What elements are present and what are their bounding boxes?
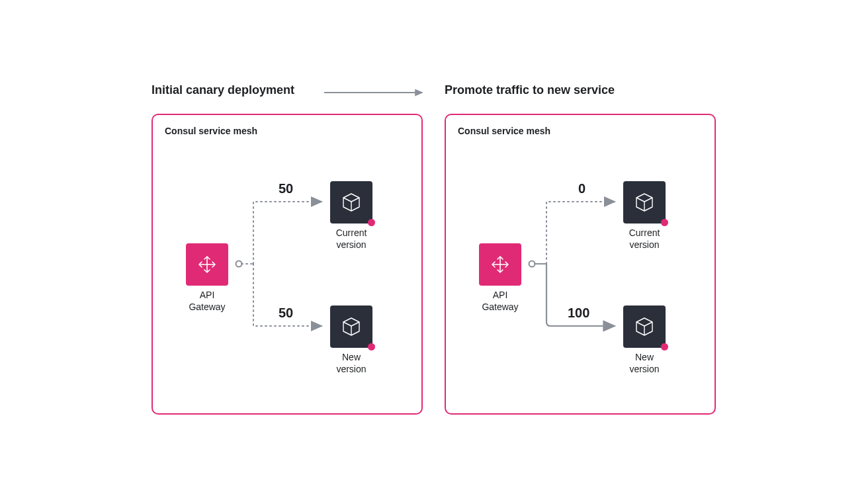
cube-icon <box>633 191 656 214</box>
service-current-label: Current version <box>615 227 674 251</box>
panel-promote-traffic: Consul service mesh <box>445 114 716 415</box>
api-gateway-label: API Gateway <box>470 290 530 313</box>
cube-icon <box>633 315 656 338</box>
service-new-node <box>623 305 666 348</box>
weight-current-right: 0 <box>578 181 586 196</box>
status-dot-icon <box>368 343 375 350</box>
title-right: Promote traffic to new service <box>445 83 615 97</box>
svg-point-1 <box>236 261 242 267</box>
cube-icon <box>340 315 363 338</box>
service-new-node <box>330 305 372 348</box>
api-gateway-label: API Gateway <box>177 290 237 313</box>
mesh-label-left: Consul service mesh <box>165 126 257 136</box>
service-current-node <box>623 181 666 224</box>
api-gateway-label-text: API Gateway <box>482 290 518 312</box>
transition-arrow <box>324 87 430 98</box>
api-gateway-label-text: API Gateway <box>189 290 225 312</box>
panel-initial-canary: Consul service mesh <box>152 114 423 415</box>
status-dot-icon <box>368 219 375 226</box>
title-left: Initial canary deployment <box>152 83 294 97</box>
cube-icon <box>340 191 363 214</box>
api-gateway-node <box>479 243 521 286</box>
status-dot-icon <box>661 343 668 350</box>
service-new-label: New version <box>322 352 381 375</box>
svg-point-9 <box>529 261 535 267</box>
service-current-label-text: Current version <box>336 227 367 250</box>
service-new-label-text: New version <box>629 352 659 374</box>
move-arrows-icon <box>490 255 510 274</box>
status-dot-icon <box>661 219 668 226</box>
weight-new-right: 100 <box>568 305 589 321</box>
mesh-label-right: Consul service mesh <box>458 126 550 136</box>
service-current-node <box>330 181 372 224</box>
weight-new-left: 50 <box>279 305 293 321</box>
weight-current-left: 50 <box>279 181 293 196</box>
move-arrows-icon <box>197 255 217 274</box>
api-gateway-node <box>186 243 228 286</box>
service-new-label: New version <box>615 352 674 375</box>
diagram-canvas: Initial canary deployment Promote traffi… <box>0 0 868 488</box>
service-current-label-text: Current version <box>629 227 660 250</box>
service-current-label: Current version <box>322 227 381 251</box>
service-new-label-text: New version <box>336 352 366 374</box>
